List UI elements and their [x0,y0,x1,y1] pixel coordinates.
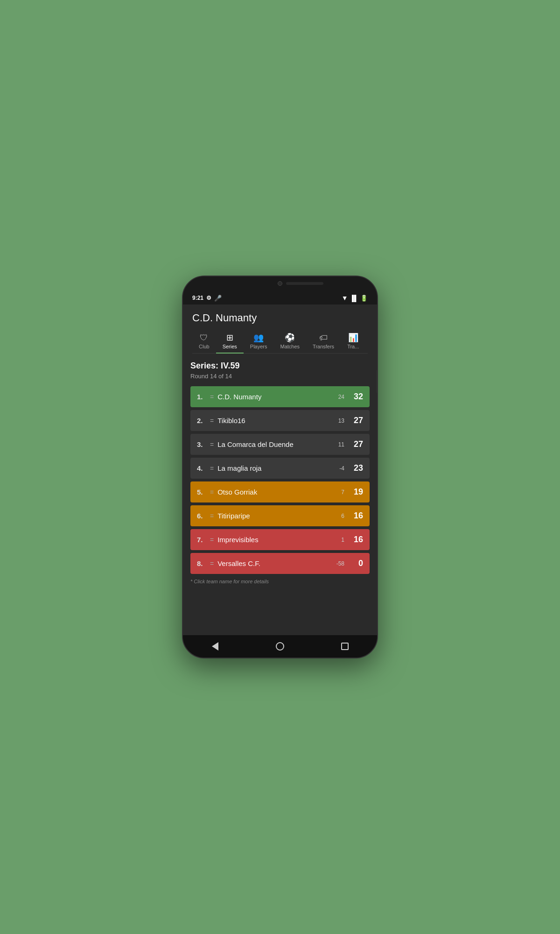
diff-3: 11 [331,441,344,448]
footer-note: * Click team name for more details [190,579,370,584]
change-6: = [210,512,214,520]
points-8: 0 [350,559,363,568]
points-7: 16 [350,535,363,545]
team-name-4: La maglia roja [217,464,331,472]
diff-2: 13 [331,417,344,424]
points-6: 16 [350,511,363,521]
tab-club[interactable]: 🛡 Club [192,330,216,353]
players-icon: 👥 [253,333,264,342]
back-button[interactable] [208,639,223,654]
app-title: C.D. Numanty [192,312,368,330]
points-3: 27 [350,439,363,449]
points-1: 32 [350,392,363,402]
tab-players[interactable]: 👥 Players [244,330,274,353]
tab-transfers-label: Transfers [313,344,334,349]
series-icon: ⊞ [226,333,233,342]
tab-training[interactable]: 📊 Tra... [341,330,365,353]
status-left: 9:21 ⚙ 🎤 [192,295,222,302]
points-5: 19 [350,487,363,497]
rank-3: 3. [197,440,210,448]
home-icon [276,642,284,651]
diff-1: 24 [331,394,344,400]
home-button[interactable] [273,639,287,654]
time-display: 9:21 [192,295,203,301]
change-2: = [210,417,214,425]
tab-transfers[interactable]: 🏷 Transfers [306,330,341,353]
tab-matches-label: Matches [280,344,300,349]
table-row[interactable]: 3. = La Comarca del Duende 11 27 [190,434,370,455]
table-row[interactable]: 4. = La maglia roja -4 23 [190,458,370,479]
recents-icon [341,643,349,650]
rank-1: 1. [197,393,210,401]
change-8: = [210,560,214,567]
table-row[interactable]: 1. = C.D. Numanty 24 32 [190,386,370,407]
change-4: = [210,465,214,472]
diff-6: 6 [331,513,344,519]
diff-4: -4 [331,465,344,472]
battery-icon: 🔋 [360,295,368,302]
speaker [286,282,323,285]
tab-club-label: Club [199,344,210,349]
mic-icon: 🎤 [214,295,222,302]
status-right: ▼ ▐▌ 🔋 [342,294,368,302]
app-header: C.D. Numanty 🛡 Club ⊞ Series 👥 Players ⚽ [183,304,377,354]
matches-icon: ⚽ [285,333,295,342]
bottom-nav [183,635,377,658]
change-7: = [210,536,214,544]
team-name-7: Imprevisibles [217,536,331,544]
diff-5: 7 [331,489,344,495]
points-2: 27 [350,416,363,425]
nav-tabs: 🛡 Club ⊞ Series 👥 Players ⚽ Matches 🏷 [192,330,368,354]
recents-button[interactable] [337,639,352,654]
phone-shell: 9:21 ⚙ 🎤 ▼ ▐▌ 🔋 C.D. Numanty 🛡 Club [182,276,378,658]
settings-icon: ⚙ [206,295,211,301]
app-content: C.D. Numanty 🛡 Club ⊞ Series 👥 Players ⚽ [183,304,377,635]
club-icon: 🛡 [200,333,208,342]
table-row[interactable]: 7. = Imprevisibles 1 16 [190,529,370,550]
change-3: = [210,441,214,448]
rank-6: 6. [197,512,210,520]
signal-icon: ▐▌ [350,295,358,302]
table-row[interactable]: 2. = Tikiblo16 13 27 [190,410,370,431]
team-name-6: Titiriparipe [217,512,331,520]
team-name-1: C.D. Numanty [217,393,331,401]
wifi-icon: ▼ [342,294,348,302]
team-name-3: La Comarca del Duende [217,440,331,448]
points-4: 23 [350,463,363,473]
diff-7: 1 [331,537,344,543]
table-row[interactable]: 5. = Otso Gorriak 7 19 [190,481,370,502]
tab-training-label: Tra... [347,344,359,349]
tab-players-label: Players [250,344,267,349]
diff-8: -58 [331,560,344,567]
rank-4: 4. [197,464,210,472]
tab-series-label: Series [223,344,237,349]
table-row[interactable]: 8. = Versalles C.F. -58 0 [190,553,370,574]
rank-5: 5. [197,488,210,496]
team-name-8: Versalles C.F. [217,559,331,567]
phone-top-bar [183,276,377,291]
tab-matches[interactable]: ⚽ Matches [274,330,307,353]
status-bar: 9:21 ⚙ 🎤 ▼ ▐▌ 🔋 [183,291,377,304]
back-icon [212,642,218,651]
rank-8: 8. [197,559,210,567]
rank-2: 2. [197,417,210,425]
power-button[interactable] [377,370,378,393]
tab-series[interactable]: ⊞ Series [216,330,244,353]
change-5: = [210,488,214,496]
main-area: Series: IV.59 Round 14 of 14 1. = C.D. N… [183,354,377,635]
camera [278,281,282,286]
change-1: = [210,393,214,401]
training-icon: 📊 [348,333,358,342]
team-name-5: Otso Gorriak [217,488,331,496]
rank-7: 7. [197,536,210,544]
series-title: Series: IV.59 [190,361,370,371]
team-name-2: Tikiblo16 [217,417,331,425]
table-row[interactable]: 6. = Titiriparipe 6 16 [190,505,370,526]
phone-bottom [183,658,377,658]
transfers-icon: 🏷 [319,333,328,342]
series-round: Round 14 of 14 [190,373,370,380]
